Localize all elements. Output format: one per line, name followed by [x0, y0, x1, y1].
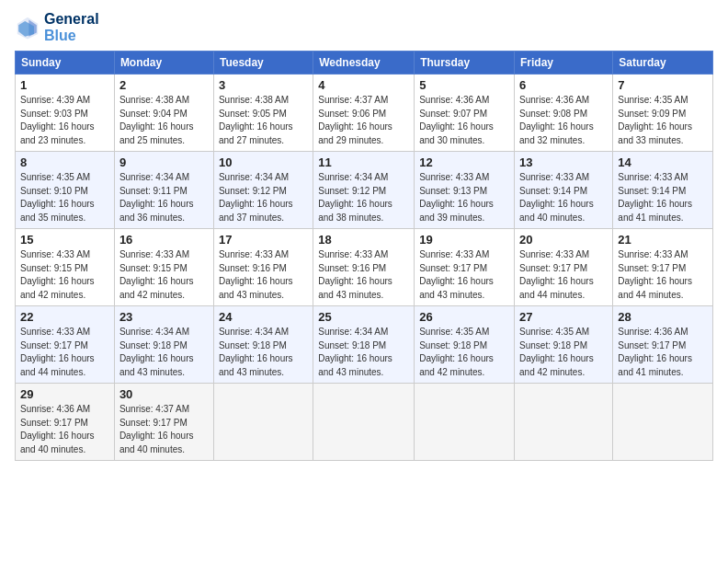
- day-info: Sunrise: 4:37 AMSunset: 9:06 PMDaylight:…: [318, 94, 409, 147]
- day-number: 26: [419, 310, 509, 324]
- day-info: Sunrise: 4:33 AMSunset: 9:13 PMDaylight:…: [419, 171, 509, 224]
- calendar-cell: 29 Sunrise: 4:36 AMSunset: 9:17 PMDaylig…: [16, 384, 115, 461]
- day-info: Sunrise: 4:39 AMSunset: 9:03 PMDaylight:…: [20, 94, 109, 147]
- logo-text: General Blue: [44, 11, 99, 43]
- day-number: 9: [119, 155, 209, 169]
- header: General Blue: [15, 11, 713, 43]
- calendar-cell: 9 Sunrise: 4:34 AMSunset: 9:11 PMDayligh…: [114, 152, 213, 229]
- day-info: Sunrise: 4:36 AMSunset: 9:08 PMDaylight:…: [519, 94, 608, 147]
- day-number: 24: [219, 310, 308, 324]
- calendar-cell: 5 Sunrise: 4:36 AMSunset: 9:07 PMDayligh…: [415, 75, 515, 152]
- calendar-cell: 2 Sunrise: 4:38 AMSunset: 9:04 PMDayligh…: [114, 75, 213, 152]
- day-info: Sunrise: 4:33 AMSunset: 9:17 PMDaylight:…: [618, 248, 708, 302]
- day-number: 5: [419, 78, 509, 92]
- calendar-week-3: 15 Sunrise: 4:33 AMSunset: 9:15 PMDaylig…: [16, 229, 713, 306]
- day-number: 6: [519, 78, 608, 92]
- day-number: 10: [219, 155, 308, 169]
- day-number: 22: [20, 310, 109, 324]
- calendar-cell: 6 Sunrise: 4:36 AMSunset: 9:08 PMDayligh…: [515, 75, 613, 152]
- day-number: 2: [119, 78, 209, 92]
- day-number: 3: [219, 78, 308, 92]
- calendar-cell: 21 Sunrise: 4:33 AMSunset: 9:17 PMDaylig…: [613, 229, 713, 306]
- day-info: Sunrise: 4:33 AMSunset: 9:16 PMDaylight:…: [318, 248, 409, 302]
- calendar-cell: 15 Sunrise: 4:33 AMSunset: 9:15 PMDaylig…: [16, 229, 115, 306]
- day-info: Sunrise: 4:33 AMSunset: 9:15 PMDaylight:…: [20, 248, 109, 302]
- calendar-cell: 19 Sunrise: 4:33 AMSunset: 9:17 PMDaylig…: [415, 229, 515, 306]
- day-info: Sunrise: 4:34 AMSunset: 9:18 PMDaylight:…: [119, 326, 209, 379]
- day-info: Sunrise: 4:34 AMSunset: 9:12 PMDaylight:…: [318, 171, 409, 224]
- calendar-cell: 25 Sunrise: 4:34 AMSunset: 9:18 PMDaylig…: [313, 306, 415, 384]
- day-number: 27: [519, 310, 608, 324]
- calendar-cell: 18 Sunrise: 4:33 AMSunset: 9:16 PMDaylig…: [313, 229, 415, 306]
- day-number: 20: [519, 233, 608, 247]
- day-info: Sunrise: 4:38 AMSunset: 9:04 PMDaylight:…: [119, 94, 209, 147]
- calendar-week-1: 1 Sunrise: 4:39 AMSunset: 9:03 PMDayligh…: [16, 75, 713, 152]
- day-info: Sunrise: 4:33 AMSunset: 9:15 PMDaylight:…: [119, 248, 209, 302]
- day-info: Sunrise: 4:38 AMSunset: 9:05 PMDaylight:…: [219, 94, 308, 147]
- calendar-cell: 8 Sunrise: 4:35 AMSunset: 9:10 PMDayligh…: [16, 152, 115, 229]
- calendar-cell: [415, 384, 515, 461]
- day-number: 30: [119, 387, 209, 401]
- day-info: Sunrise: 4:34 AMSunset: 9:11 PMDaylight:…: [119, 171, 209, 224]
- day-info: Sunrise: 4:35 AMSunset: 9:18 PMDaylight:…: [519, 326, 608, 379]
- day-info: Sunrise: 4:33 AMSunset: 9:17 PMDaylight:…: [519, 248, 608, 302]
- weekday-header-friday: Friday: [515, 52, 613, 75]
- day-info: Sunrise: 4:34 AMSunset: 9:18 PMDaylight:…: [219, 326, 308, 379]
- day-number: 21: [618, 233, 708, 247]
- day-number: 28: [618, 310, 708, 324]
- day-info: Sunrise: 4:33 AMSunset: 9:17 PMDaylight:…: [419, 248, 509, 302]
- calendar-cell: 7 Sunrise: 4:35 AMSunset: 9:09 PMDayligh…: [613, 75, 713, 152]
- calendar-cell: 28 Sunrise: 4:36 AMSunset: 9:17 PMDaylig…: [613, 306, 713, 384]
- calendar-cell: 16 Sunrise: 4:33 AMSunset: 9:15 PMDaylig…: [114, 229, 213, 306]
- day-number: 18: [318, 233, 409, 247]
- day-number: 29: [20, 387, 109, 401]
- day-number: 25: [318, 310, 409, 324]
- weekday-header-wednesday: Wednesday: [313, 52, 415, 75]
- day-info: Sunrise: 4:35 AMSunset: 9:09 PMDaylight:…: [618, 94, 708, 147]
- day-number: 11: [318, 155, 409, 169]
- calendar-cell: 10 Sunrise: 4:34 AMSunset: 9:12 PMDaylig…: [213, 152, 313, 229]
- day-number: 14: [618, 155, 708, 169]
- day-info: Sunrise: 4:35 AMSunset: 9:10 PMDaylight:…: [20, 171, 109, 224]
- day-info: Sunrise: 4:33 AMSunset: 9:16 PMDaylight:…: [219, 248, 308, 302]
- calendar-cell: 17 Sunrise: 4:33 AMSunset: 9:16 PMDaylig…: [213, 229, 313, 306]
- day-number: 7: [618, 78, 708, 92]
- day-info: Sunrise: 4:35 AMSunset: 9:18 PMDaylight:…: [419, 326, 509, 379]
- calendar-cell: 3 Sunrise: 4:38 AMSunset: 9:05 PMDayligh…: [213, 75, 313, 152]
- calendar-cell: 12 Sunrise: 4:33 AMSunset: 9:13 PMDaylig…: [415, 152, 515, 229]
- day-number: 15: [20, 233, 109, 247]
- calendar-cell: 27 Sunrise: 4:35 AMSunset: 9:18 PMDaylig…: [515, 306, 613, 384]
- calendar-cell: [313, 384, 415, 461]
- day-info: Sunrise: 4:34 AMSunset: 9:18 PMDaylight:…: [318, 326, 409, 379]
- calendar-cell: 14 Sunrise: 4:33 AMSunset: 9:14 PMDaylig…: [613, 152, 713, 229]
- day-info: Sunrise: 4:36 AMSunset: 9:07 PMDaylight:…: [419, 94, 509, 147]
- calendar-cell: 23 Sunrise: 4:34 AMSunset: 9:18 PMDaylig…: [114, 306, 213, 384]
- day-number: 23: [119, 310, 209, 324]
- day-number: 19: [419, 233, 509, 247]
- calendar-cell: 26 Sunrise: 4:35 AMSunset: 9:18 PMDaylig…: [415, 306, 515, 384]
- calendar-cell: 22 Sunrise: 4:33 AMSunset: 9:17 PMDaylig…: [16, 306, 115, 384]
- weekday-header-thursday: Thursday: [415, 52, 515, 75]
- weekday-header-tuesday: Tuesday: [213, 52, 313, 75]
- calendar-table: SundayMondayTuesdayWednesdayThursdayFrid…: [15, 51, 713, 461]
- day-info: Sunrise: 4:33 AMSunset: 9:17 PMDaylight:…: [20, 326, 109, 379]
- calendar-cell: 4 Sunrise: 4:37 AMSunset: 9:06 PMDayligh…: [313, 75, 415, 152]
- calendar-cell: [515, 384, 613, 461]
- day-info: Sunrise: 4:33 AMSunset: 9:14 PMDaylight:…: [618, 171, 708, 224]
- calendar-cell: 11 Sunrise: 4:34 AMSunset: 9:12 PMDaylig…: [313, 152, 415, 229]
- day-number: 16: [119, 233, 209, 247]
- calendar-week-5: 29 Sunrise: 4:36 AMSunset: 9:17 PMDaylig…: [16, 384, 713, 461]
- day-number: 8: [20, 155, 109, 169]
- weekday-header-saturday: Saturday: [613, 52, 713, 75]
- calendar-cell: [613, 384, 713, 461]
- day-info: Sunrise: 4:34 AMSunset: 9:12 PMDaylight:…: [219, 171, 308, 224]
- page: General Blue SundayMondayTuesdayWednesda…: [0, 0, 728, 563]
- weekday-header-monday: Monday: [114, 52, 213, 75]
- calendar-cell: 1 Sunrise: 4:39 AMSunset: 9:03 PMDayligh…: [16, 75, 115, 152]
- calendar-week-2: 8 Sunrise: 4:35 AMSunset: 9:10 PMDayligh…: [16, 152, 713, 229]
- calendar-cell: 20 Sunrise: 4:33 AMSunset: 9:17 PMDaylig…: [515, 229, 613, 306]
- generalblue-logo-icon: [15, 15, 40, 40]
- calendar-cell: 13 Sunrise: 4:33 AMSunset: 9:14 PMDaylig…: [515, 152, 613, 229]
- day-info: Sunrise: 4:37 AMSunset: 9:17 PMDaylight:…: [119, 403, 209, 456]
- calendar-cell: [213, 384, 313, 461]
